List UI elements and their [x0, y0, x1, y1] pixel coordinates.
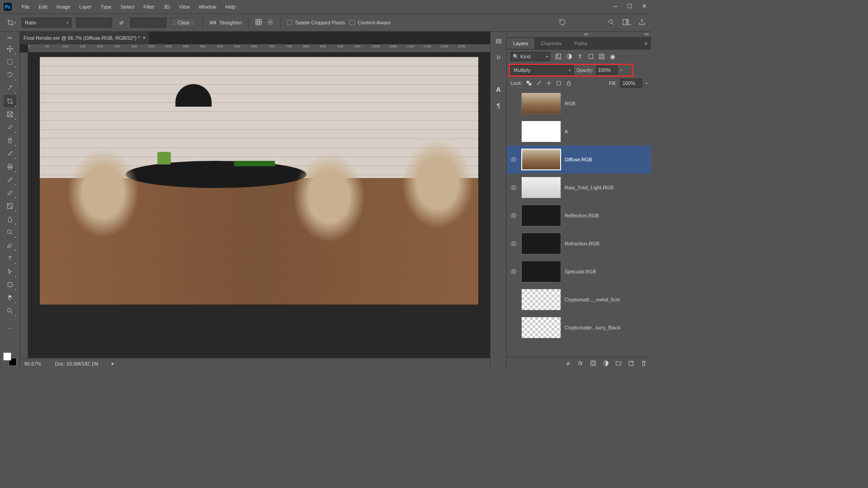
layer-name-label[interactable]: Diffuse.RGB — [565, 157, 592, 162]
marquee-tool[interactable] — [4, 56, 16, 68]
frame-tool[interactable] — [4, 108, 16, 120]
ratio-dropdown[interactable]: Ratio▾ — [22, 18, 71, 28]
menu-select[interactable]: Select — [116, 2, 139, 11]
opacity-dropdown-icon[interactable]: ▾ — [620, 68, 622, 72]
reset-icon[interactable] — [559, 19, 566, 27]
history-panel-icon[interactable] — [494, 36, 504, 46]
menu-edit[interactable]: Edit — [34, 2, 52, 11]
layer-name-label[interactable]: Refraction.RGB — [565, 241, 599, 246]
menu-image[interactable]: Image — [52, 2, 75, 11]
workspace-switcher-icon[interactable]: ▾ — [622, 19, 631, 27]
search-icon[interactable] — [608, 19, 615, 27]
layer-row[interactable]: RGB — [507, 89, 651, 117]
color-swatches[interactable] — [3, 352, 17, 366]
lock-position-icon[interactable] — [546, 80, 552, 86]
delete-cropped-checkbox[interactable]: Delete Cropped Pixels — [287, 20, 344, 25]
layer-row[interactable]: Cryptomatte...lurry_Black — [507, 314, 651, 342]
layer-name-label[interactable]: Cryptomatt..._metal_5cm — [565, 297, 620, 302]
brush-tool[interactable] — [4, 147, 16, 160]
zoom-tool[interactable] — [4, 305, 16, 317]
collapse-panels-button[interactable]: ◂◂ ▸▸ — [507, 32, 651, 37]
layer-thumbnail[interactable] — [521, 233, 561, 254]
layer-visibility-icon[interactable] — [509, 268, 518, 275]
edit-toolbar-button[interactable]: ⋯ — [4, 323, 16, 335]
crop-settings-icon[interactable] — [267, 19, 274, 27]
straighten-icon[interactable]: Straighten — [209, 19, 242, 26]
layer-visibility-icon[interactable] — [509, 240, 518, 247]
layer-row[interactable]: Refraction.RGB — [507, 230, 651, 258]
rectangle-tool[interactable] — [4, 278, 16, 291]
content-aware-checkbox[interactable]: Content-Aware — [349, 20, 391, 25]
layer-thumbnail[interactable] — [521, 261, 561, 282]
healing-brush-tool[interactable] — [4, 134, 16, 146]
gradient-tool[interactable] — [4, 200, 16, 212]
zoom-level[interactable]: 66.67% — [24, 361, 41, 366]
layer-name-label[interactable]: Raw_Total_Light.RGB — [565, 185, 613, 190]
new-layer-icon[interactable] — [627, 360, 635, 367]
layer-name-label[interactable]: RGB — [565, 101, 576, 106]
group-layers-icon[interactable] — [615, 360, 622, 367]
filter-type-icon[interactable]: T — [576, 53, 584, 60]
tab-paths[interactable]: Paths — [568, 38, 594, 49]
layer-visibility-icon[interactable] — [509, 212, 518, 219]
filter-pixel-icon[interactable] — [555, 53, 562, 60]
layer-visibility-icon[interactable] — [509, 156, 518, 163]
blur-tool[interactable] — [4, 213, 16, 225]
pen-tool[interactable] — [4, 239, 16, 251]
move-tool[interactable] — [4, 42, 16, 55]
type-tool[interactable] — [4, 252, 16, 264]
menu-layer[interactable]: Layer — [75, 2, 96, 11]
tab-layers[interactable]: Layers — [507, 38, 534, 49]
layer-thumbnail[interactable] — [521, 289, 561, 310]
link-layers-icon[interactable]: ⌀ — [564, 360, 571, 367]
layer-thumbnail[interactable] — [521, 177, 561, 198]
menu-file[interactable]: File — [17, 2, 34, 11]
layer-name-label[interactable]: Reflection.RGB — [565, 213, 599, 218]
tab-channels[interactable]: Channels — [534, 38, 568, 49]
menu-filter[interactable]: Filter — [139, 2, 159, 11]
layer-thumbnail[interactable] — [521, 205, 561, 226]
layer-row[interactable]: Diffuse.RGB — [507, 145, 651, 174]
dodge-tool[interactable] — [4, 226, 16, 238]
magic-wand-tool[interactable] — [4, 82, 16, 94]
close-button[interactable]: ✕ — [640, 3, 648, 9]
layer-visibility-icon[interactable] — [509, 184, 518, 191]
fill-dropdown-icon[interactable]: ▾ — [646, 81, 647, 85]
lock-pixels-icon[interactable] — [536, 80, 542, 86]
lock-all-icon[interactable] — [566, 80, 572, 86]
lock-artboard-icon[interactable] — [556, 80, 562, 86]
document-tab[interactable]: Final Render.exr @ 66.7% (Diffuse.RGB, R… — [20, 32, 149, 44]
eyedropper-tool[interactable] — [4, 121, 16, 133]
menu-view[interactable]: View — [175, 2, 194, 11]
paragraph-panel-icon[interactable]: ¶ — [494, 100, 504, 110]
layer-name-label[interactable]: A — [565, 129, 568, 134]
eraser-tool[interactable] — [4, 187, 16, 199]
clone-stamp-tool[interactable] — [4, 160, 16, 173]
close-tab-button[interactable]: × — [142, 35, 146, 41]
layer-name-label[interactable]: Specular.RGB — [565, 269, 596, 274]
character-panel-icon[interactable]: A — [494, 84, 504, 94]
menu-3d[interactable]: 3D — [159, 2, 175, 11]
panel-menu-icon[interactable]: ≡ — [645, 41, 651, 46]
layer-name-label[interactable]: Cryptomatte...lurry_Black — [565, 325, 620, 330]
opacity-input[interactable]: 100% — [596, 66, 618, 75]
layer-thumbnail[interactable] — [521, 149, 561, 170]
swap-dimensions-button[interactable]: ⇄ — [117, 20, 126, 26]
path-selection-tool[interactable] — [4, 265, 16, 277]
crop-tool[interactable] — [4, 95, 16, 107]
lock-transparency-icon[interactable] — [526, 80, 532, 86]
layer-thumbnail[interactable] — [521, 93, 561, 114]
share-icon[interactable] — [638, 19, 646, 27]
layer-thumbnail[interactable] — [521, 121, 561, 142]
status-arrow-icon[interactable]: ▸ — [112, 361, 114, 366]
actions-panel-icon[interactable] — [494, 52, 504, 62]
menu-help[interactable]: Help — [221, 2, 241, 11]
blend-mode-dropdown[interactable]: Multiply▾ — [510, 65, 574, 75]
filter-smart-icon[interactable] — [598, 53, 605, 60]
layer-thumbnail[interactable] — [521, 317, 561, 338]
minimize-button[interactable]: ─ — [611, 3, 619, 9]
history-brush-tool[interactable] — [4, 174, 16, 186]
fill-input[interactable]: 100% — [620, 79, 642, 88]
adjustment-layer-icon[interactable] — [602, 360, 609, 367]
layer-fx-icon[interactable]: fx — [577, 360, 584, 367]
